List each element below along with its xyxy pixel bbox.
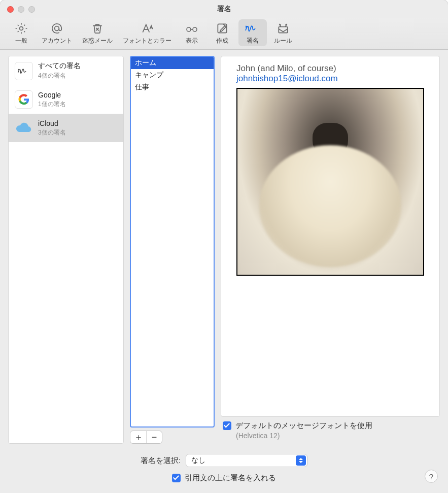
footer: 署名を選択: なし 引用文の上に署名を入れる ? xyxy=(0,446,448,493)
window-controls xyxy=(7,6,35,13)
font-icon xyxy=(141,21,154,36)
preferences-window: 署名 一般 アカウント 迷惑メール フォントとカラー xyxy=(0,0,448,493)
choose-signature-label: 署名を選択: xyxy=(141,456,181,466)
zoom-window-button[interactable] xyxy=(28,6,35,13)
tab-viewing[interactable]: 表示 xyxy=(178,19,206,46)
signature-names-column: ホーム キャンプ 仕事 ＋ − xyxy=(130,56,215,444)
tab-rules[interactable]: ルール xyxy=(269,19,297,46)
signature-add-remove: ＋ − xyxy=(130,431,162,444)
tab-fonts-colors[interactable]: フォントとカラー xyxy=(119,19,176,46)
account-name: iCloud xyxy=(38,119,66,127)
signature-names-list[interactable]: ホーム キャンプ 仕事 xyxy=(130,56,215,428)
account-subtitle: 4個の署名 xyxy=(38,72,81,80)
signature-email: johnbishop15@icloud.com xyxy=(236,74,424,84)
svg-point-2 xyxy=(187,27,191,31)
glasses-icon xyxy=(185,21,199,36)
icloud-icon xyxy=(15,119,33,137)
default-font-note: (Helvetica 12) xyxy=(236,432,438,440)
account-item-all[interactable]: すべての署名 4個の署名 xyxy=(9,56,123,85)
choose-signature-value: なし xyxy=(191,456,205,465)
svg-point-1 xyxy=(55,26,59,31)
preferences-toolbar: 一般 アカウント 迷惑メール フォントとカラー 表示 xyxy=(0,18,448,50)
remove-signature-button[interactable]: − xyxy=(147,431,162,443)
help-icon: ? xyxy=(429,472,433,481)
signature-item[interactable]: キャンプ xyxy=(131,69,214,81)
signature-image xyxy=(236,88,424,276)
signature-icon xyxy=(244,21,261,36)
tab-general[interactable]: 一般 xyxy=(7,19,36,46)
svg-point-0 xyxy=(20,27,23,30)
tab-signatures[interactable]: 署名 xyxy=(238,19,267,46)
help-button[interactable]: ? xyxy=(425,470,438,483)
content-area: すべての署名 4個の署名 Google xyxy=(0,50,448,493)
three-pane-layout: すべての署名 4個の署名 Google xyxy=(0,50,448,446)
tab-accounts[interactable]: アカウント xyxy=(38,19,76,46)
minimize-window-button[interactable] xyxy=(18,6,24,13)
window-title: 署名 xyxy=(217,5,231,14)
use-default-font-label: デフォルトのメッセージフォントを使用 xyxy=(235,421,372,431)
google-icon xyxy=(15,90,33,109)
account-item-google[interactable]: Google 1個の署名 xyxy=(9,85,123,114)
rules-icon xyxy=(277,21,290,36)
choose-signature-row: 署名を選択: なし xyxy=(141,454,307,467)
signature-name-line: John (and Milo, of course) xyxy=(236,63,424,74)
choose-signature-select[interactable]: なし xyxy=(186,454,307,467)
account-subtitle: 3個の署名 xyxy=(38,128,66,137)
svg-point-3 xyxy=(193,27,197,31)
account-name: すべての署名 xyxy=(38,61,81,71)
signature-editor[interactable]: John (and Milo, of course) johnbishop15@… xyxy=(221,56,440,417)
preview-options: デフォルトのメッセージフォントを使用 (Helvetica 12) xyxy=(221,417,440,444)
signature-preview-column: John (and Milo, of course) johnbishop15@… xyxy=(221,56,440,444)
signature-icon xyxy=(15,62,33,80)
compose-icon xyxy=(216,21,229,36)
account-item-icloud[interactable]: iCloud 3個の署名 xyxy=(9,114,123,142)
signature-item[interactable]: ホーム xyxy=(131,57,214,69)
close-window-button[interactable] xyxy=(7,6,14,13)
chevron-updown-icon xyxy=(296,455,306,466)
accounts-list: すべての署名 4個の署名 Google xyxy=(8,56,124,444)
use-default-font-checkbox[interactable] xyxy=(223,421,231,430)
titlebar: 署名 xyxy=(0,0,448,18)
place-above-quote-row[interactable]: 引用文の上に署名を入れる xyxy=(172,473,276,483)
use-default-font-row[interactable]: デフォルトのメッセージフォントを使用 xyxy=(223,421,438,431)
place-above-quote-label: 引用文の上に署名を入れる xyxy=(185,473,276,483)
add-signature-button[interactable]: ＋ xyxy=(130,431,147,443)
tab-junk[interactable]: 迷惑メール xyxy=(78,19,117,46)
signature-item[interactable]: 仕事 xyxy=(131,81,214,93)
at-sign-icon xyxy=(50,21,63,36)
account-subtitle: 1個の署名 xyxy=(38,100,66,109)
trash-icon xyxy=(91,21,104,36)
gear-icon xyxy=(15,21,28,36)
place-above-quote-checkbox[interactable] xyxy=(172,474,181,482)
tab-composing[interactable]: 作成 xyxy=(208,19,236,46)
account-name: Google xyxy=(38,91,66,99)
